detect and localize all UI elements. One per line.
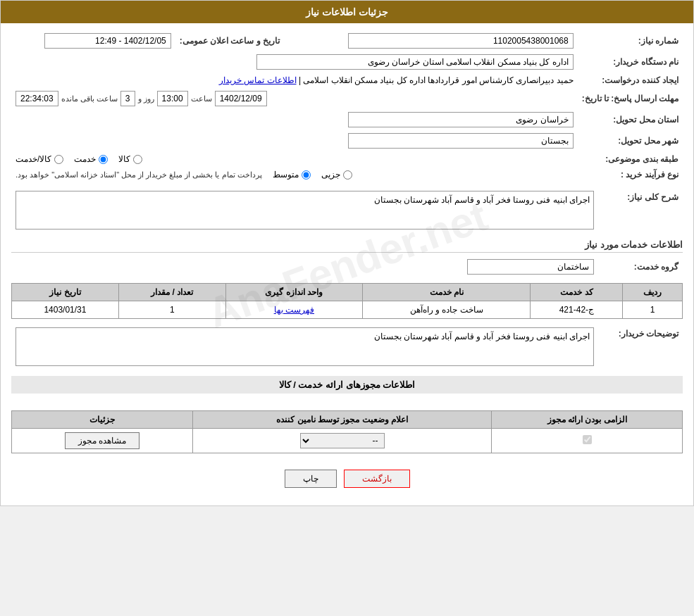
col-joziyat: جزئیات bbox=[12, 411, 193, 429]
permit-row: -- مشاهده مجوز bbox=[12, 429, 683, 453]
radio-khedmat[interactable]: خدمت bbox=[74, 154, 108, 164]
cell-vahed[interactable]: فهرست بها bbox=[225, 301, 362, 319]
mohlat-ersal-label: مهلت ارسال پاسخ: تا تاریخ: bbox=[578, 88, 683, 109]
time-fields: 22:34:03 ساعت باقی مانده 3 روز و 13:00 س… bbox=[16, 91, 574, 106]
tarikho-saat-input: 1402/12/05 - 12:49 bbox=[44, 33, 171, 49]
gohre-khedmat-label: گروه خدمت: bbox=[598, 256, 683, 277]
elzam-cell bbox=[492, 429, 683, 453]
radio-jozi[interactable]: جزیی bbox=[321, 170, 352, 180]
info-table: شماره نیاز: 1102005438001068 تاریخ و ساع… bbox=[11, 30, 683, 182]
tozihat-box: اجرای ابنیه فنی روستا فخر آباد و قاسم آب… bbox=[16, 327, 594, 366]
tabaqeh-bandi-label: طبقه بندی موضوعی: bbox=[578, 151, 683, 167]
tozihat-text: اجرای ابنیه فنی روستا فخر آباد و قاسم آب… bbox=[374, 332, 590, 341]
radio-khedmat-input[interactable] bbox=[99, 155, 108, 164]
radio-kala-khedmat[interactable]: کالا/خدمت bbox=[16, 154, 63, 164]
ostan-label: استان محل تحویل: bbox=[578, 109, 683, 130]
gohre-khedmat-value: ساختمان bbox=[11, 256, 598, 277]
nam-dastgah-label: نام دستگاه خریدار: bbox=[578, 51, 683, 73]
shomare-niaz-label: شماره نیاز: bbox=[578, 30, 683, 51]
view-permit-button[interactable]: مشاهده مجوز bbox=[65, 432, 140, 449]
cell-tedad: 1 bbox=[118, 301, 225, 319]
cell-kod: ج-42-421 bbox=[531, 301, 623, 319]
ealam-select[interactable]: -- bbox=[300, 433, 385, 448]
tabaqeh-radio-group: کالا/خدمت خدمت کالا bbox=[16, 154, 574, 164]
mohlat-ersal-value: 22:34:03 ساعت باقی مانده 3 روز و 13:00 س… bbox=[11, 88, 578, 109]
joziyat-cell: مشاهده مجوز bbox=[12, 429, 193, 453]
sharh-niaz-table: شرح کلی نیاز: اجرای ابنیه فنی روستا فخر … bbox=[11, 188, 683, 232]
date-value: 1402/12/09 bbox=[215, 91, 267, 106]
cell-nam: ساخت جاده و راه‌آهن bbox=[363, 301, 531, 319]
gohre-khedmat-table: گروه خدمت: ساختمان bbox=[11, 256, 683, 277]
tozihat-table: توضیحات خریدار: اجرای ابنیه فنی روستا فخ… bbox=[11, 325, 683, 369]
tozihat-label: توضیحات خریدار: bbox=[598, 325, 683, 369]
radio-motevaset[interactable]: متوسط bbox=[273, 170, 311, 180]
ettelaat-tamas-link[interactable]: اطلاعات تماس خریدار bbox=[219, 75, 297, 85]
tarikho-saat-value: 1402/12/05 - 12:49 bbox=[11, 30, 175, 51]
col-kod: کد خدمت bbox=[531, 284, 623, 301]
footer-buttons: بازگشت چاپ bbox=[11, 459, 683, 498]
khadamat-section-title: اطلاعات خدمات مورد نیاز bbox=[11, 239, 683, 253]
col-nam: نام خدمت bbox=[363, 284, 531, 301]
roz-value: 3 bbox=[120, 91, 135, 106]
back-button[interactable]: بازگشت bbox=[344, 470, 410, 488]
no-farayand-value: پرداخت تمام یا بخشی از مبلغ خریدار از مح… bbox=[11, 167, 578, 182]
services-table: ردیف کد خدمت نام خدمت واحد اندازه گیری ت… bbox=[11, 283, 683, 319]
sharh-niaz-label: شرح کلی نیاز: bbox=[598, 188, 683, 232]
page-header: جزئیات اطلاعات نیاز bbox=[1, 1, 693, 23]
radio-motevaset-label: متوسط bbox=[273, 170, 299, 180]
baghimande-value: 22:34:03 bbox=[16, 91, 58, 106]
cell-tarikh: 1403/01/31 bbox=[12, 301, 119, 319]
radio-jozi-input[interactable] bbox=[343, 170, 352, 180]
radio-jozi-label: جزیی bbox=[321, 170, 340, 180]
col-radif: ردیف bbox=[623, 284, 683, 301]
print-button[interactable]: چاپ bbox=[285, 470, 337, 488]
saat-value: 13:00 bbox=[157, 91, 188, 106]
sharh-niaz-text: اجرای ابنیه فنی روستا فخر آباد و قاسم آب… bbox=[374, 195, 590, 205]
baghimande-label: ساعت باقی مانده bbox=[61, 94, 118, 103]
tozihat-value: اجرای ابنیه فنی روستا فخر آباد و قاسم آب… bbox=[11, 325, 598, 369]
tabaqeh-bandi-value: کالا/خدمت خدمت کالا bbox=[11, 151, 578, 167]
radio-kala-khedmat-label: کالا/خدمت bbox=[16, 154, 51, 164]
ijad-konande-label: ایجاد کننده درخواست: bbox=[578, 73, 683, 88]
nam-dastgah-input: اداره کل بنیاد مسکن انقلاب اسلامی استان … bbox=[256, 54, 574, 70]
page-wrapper: جزئیات اطلاعات نیاز AnaFender.net شماره … bbox=[0, 0, 694, 506]
permit-table: الزامی بودن ارائه مجوز اعلام وضعیت مجوز … bbox=[11, 410, 683, 453]
shomare-niaz-value: 1102005438001068 bbox=[294, 30, 578, 51]
radio-kala-khedmat-input[interactable] bbox=[54, 155, 63, 164]
ostan-value: خراسان رضوی bbox=[11, 109, 578, 130]
radio-kala[interactable]: کالا bbox=[118, 154, 142, 164]
no-farayand-label: نوع فرآیند خرید : bbox=[578, 167, 683, 182]
col-vahed: واحد اندازه گیری bbox=[225, 284, 362, 301]
radio-motevaset-input[interactable] bbox=[302, 170, 311, 180]
shahr-value: بجستان bbox=[11, 130, 578, 151]
shahr-label: شهر محل تحویل: bbox=[578, 130, 683, 151]
shomare-niaz-input: 1102005438001068 bbox=[348, 33, 574, 49]
radio-khedmat-label: خدمت bbox=[74, 154, 96, 164]
table-row: 1 ج-42-421 ساخت جاده و راه‌آهن فهرست بها… bbox=[12, 301, 683, 319]
radio-kala-label: کالا bbox=[118, 154, 130, 164]
cell-radif: 1 bbox=[623, 301, 683, 319]
tarikho-saat-label: تاریخ و ساعت اعلان عمومی: bbox=[175, 30, 294, 51]
ostan-input: خراسان رضوی bbox=[348, 112, 574, 127]
ijad-konande-text: حمید دبیرانصاری کارشناس امور قراردادها ا… bbox=[299, 75, 574, 85]
content-area: AnaFender.net شماره نیاز: 11020054380010… bbox=[1, 23, 693, 505]
mojavez-section-title: اطلاعات مجوزهای ارائه خدمت / کالا bbox=[11, 376, 683, 394]
sharh-niaz-value: اجرای ابنیه فنی روستا فخر آباد و قاسم آب… bbox=[11, 188, 598, 232]
col-ealam: اعلام وضعیت مجوز توسط نامین کننده bbox=[192, 411, 491, 429]
gohre-khedmat-input: ساختمان bbox=[467, 259, 594, 275]
saat-label: ساعت bbox=[191, 94, 212, 103]
elzam-checkbox bbox=[583, 435, 592, 444]
sharh-niaz-box: اجرای ابنیه فنی روستا فخر آباد و قاسم آب… bbox=[16, 191, 594, 230]
col-tarikh: تاریخ نیاز bbox=[12, 284, 119, 301]
ealam-cell: -- bbox=[192, 429, 491, 453]
shahr-input: بجستان bbox=[348, 133, 574, 149]
nam-dastgah-value: اداره کل بنیاد مسکن انقلاب اسلامی استان … bbox=[11, 51, 578, 73]
page-title: جزئیات اطلاعات نیاز bbox=[306, 6, 388, 18]
farayand-desc: پرداخت تمام یا بخشی از مبلغ خریدار از مح… bbox=[16, 170, 262, 180]
ijad-konande-value: حمید دبیرانصاری کارشناس امور قراردادها ا… bbox=[11, 73, 578, 88]
col-elzam: الزامی بودن ارائه مجوز bbox=[492, 411, 683, 429]
roz-label: روز و bbox=[138, 94, 154, 103]
farayand-radio-group: پرداخت تمام یا بخشی از مبلغ خریدار از مح… bbox=[16, 170, 574, 180]
radio-kala-input[interactable] bbox=[133, 155, 142, 164]
col-tedad: تعداد / مقدار bbox=[118, 284, 225, 301]
